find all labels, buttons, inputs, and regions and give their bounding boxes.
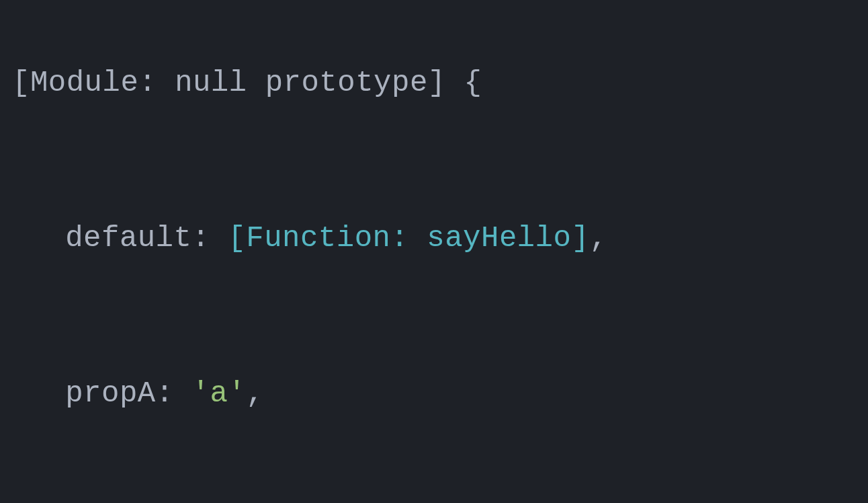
object-header: [Module: null prototype] { bbox=[12, 67, 856, 98]
property-key: propA bbox=[65, 377, 156, 410]
console-output: [Module: null prototype] { default: [Fun… bbox=[12, 5, 856, 503]
comma: , bbox=[246, 377, 264, 410]
property-key: default bbox=[65, 221, 191, 255]
comma: , bbox=[589, 221, 607, 255]
colon: : bbox=[192, 221, 228, 255]
object-tag: [Module: null prototype] { bbox=[12, 66, 482, 100]
property-value-string: 'a' bbox=[192, 377, 247, 410]
colon: : bbox=[156, 377, 192, 410]
object-entry: propA: 'a', bbox=[65, 378, 856, 409]
property-value-function: [Function: sayHello] bbox=[228, 221, 589, 255]
object-entry: default: [Function: sayHello], bbox=[65, 223, 856, 254]
